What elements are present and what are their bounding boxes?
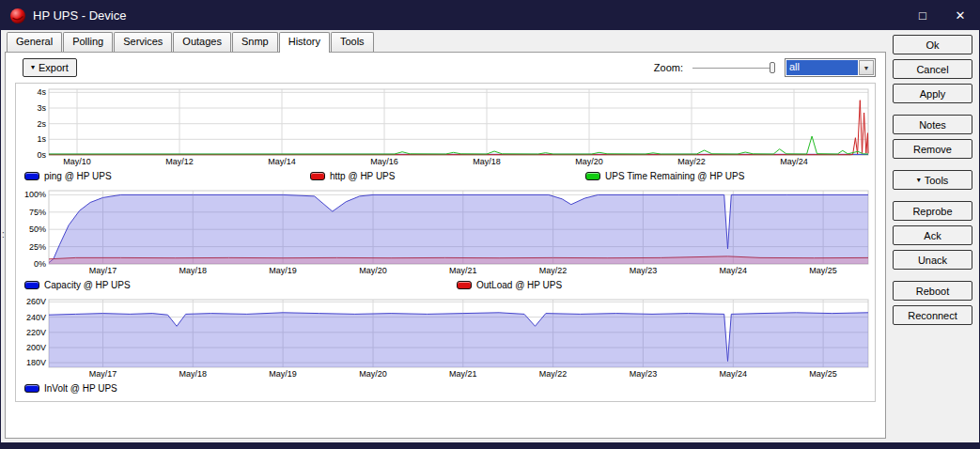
export-button-label: Export: [39, 62, 69, 73]
response-time-legend: ping @ HP UPShttp @ HP UPSUPS Time Remai…: [17, 167, 874, 188]
svg-text:200V: 200V: [26, 343, 46, 352]
tab-outages[interactable]: Outages: [173, 32, 231, 52]
reboot-button[interactable]: Reboot: [893, 281, 972, 301]
combo-dropdown-icon[interactable]: ▼: [859, 60, 874, 75]
button-group: ReprobeAckUnack: [893, 201, 972, 270]
zoom-select[interactable]: all ▼: [785, 58, 876, 77]
unack-button[interactable]: Unack: [893, 250, 972, 270]
notes-button[interactable]: Notes: [893, 115, 972, 134]
tab-bar: GeneralPollingServicesOutagesSnmpHistory…: [7, 32, 886, 52]
dropdown-arrow-icon: ▾: [31, 64, 35, 71]
svg-text:May/24: May/24: [780, 157, 808, 166]
svg-text:May/18: May/18: [179, 369, 208, 379]
legend-label: ping @ HP UPS: [44, 171, 112, 181]
svg-text:May/10: May/10: [63, 157, 91, 166]
remove-button[interactable]: Remove: [893, 139, 972, 159]
ack-button[interactable]: Ack: [893, 225, 972, 245]
dropdown-arrow-icon: ▾: [917, 177, 921, 184]
legend-label: Capacity @ HP UPS: [44, 280, 131, 290]
svg-text:May/23: May/23: [630, 266, 658, 275]
svg-text:1s: 1s: [37, 134, 46, 144]
svg-text:May/17: May/17: [89, 369, 117, 379]
svg-text:May/19: May/19: [269, 266, 297, 275]
svg-text:May/20: May/20: [359, 266, 387, 275]
svg-text:May/20: May/20: [359, 369, 387, 379]
reprobe-button[interactable]: Reprobe: [893, 201, 972, 221]
svg-text:75%: 75%: [29, 208, 46, 217]
zoom-controls: Zoom: all ▼: [654, 58, 876, 77]
svg-text:May/12: May/12: [165, 157, 194, 166]
ok-button[interactable]: Ok: [893, 35, 972, 54]
svg-text:4s: 4s: [37, 87, 46, 97]
svg-text:2s: 2s: [37, 119, 46, 129]
svg-text:180V: 180V: [26, 358, 46, 367]
side-button-column: OkCancelApplyNotesRemove▾ToolsReprobeAck…: [888, 30, 979, 442]
svg-text:May/22: May/22: [539, 266, 568, 275]
zoom-select-value: all: [786, 60, 858, 75]
zoom-slider-track: [692, 68, 775, 69]
legend-item: OutLoad @ HP UPS: [457, 280, 562, 290]
button-group: NotesRemove: [893, 115, 972, 159]
legend-item: http @ HP UPS: [310, 171, 395, 181]
button-group: OkCancelApply: [893, 35, 972, 103]
svg-text:50%: 50%: [29, 224, 46, 234]
charts-frame: 0s1s2s3s4sMay/10May/12May/14May/16May/18…: [15, 83, 876, 402]
svg-text:May/19: May/19: [269, 369, 297, 379]
legend-swatch-icon: [310, 172, 325, 180]
tools-button[interactable]: ▾Tools: [893, 170, 972, 190]
svg-text:100%: 100%: [24, 190, 46, 199]
legend-swatch-icon: [24, 384, 39, 393]
cancel-button[interactable]: Cancel: [893, 59, 972, 79]
apply-button[interactable]: Apply: [893, 84, 972, 103]
svg-text:May/18: May/18: [179, 266, 208, 275]
legend-swatch-icon: [457, 281, 472, 289]
capacity-outload-legend: Capacity @ HP UPSOutLoad @ HP UPS: [17, 276, 874, 297]
maximize-button[interactable]: □: [904, 1, 941, 30]
tab-snmp[interactable]: Snmp: [232, 32, 278, 52]
tab-services[interactable]: Services: [114, 32, 172, 52]
legend-label: UPS Time Remaining @ HP UPS: [605, 171, 744, 181]
svg-text:May/25: May/25: [809, 266, 837, 275]
tab-history[interactable]: History: [279, 32, 330, 53]
svg-text:220V: 220V: [26, 328, 46, 337]
zoom-slider-thumb[interactable]: [770, 62, 775, 73]
svg-text:May/23: May/23: [630, 369, 658, 379]
capacity-outload-chart[interactable]: 0%25%50%75%100%May/17May/18May/19May/20M…: [17, 188, 874, 276]
svg-text:260V: 260V: [26, 297, 46, 306]
svg-text:May/22: May/22: [539, 369, 568, 379]
client-area: GeneralPollingServicesOutagesSnmpHistory…: [1, 30, 979, 442]
close-button[interactable]: ✕: [941, 1, 979, 30]
tab-general[interactable]: General: [7, 32, 62, 52]
involt-chart[interactable]: 180V200V220V240V260VMay/17May/18May/19Ma…: [17, 297, 874, 379]
zoom-label: Zoom:: [654, 62, 683, 73]
reconnect-button[interactable]: Reconnect: [893, 305, 972, 325]
svg-text:May/14: May/14: [268, 157, 296, 166]
response-time-chart[interactable]: 0s1s2s3s4sMay/10May/12May/14May/16May/18…: [17, 86, 874, 167]
export-button[interactable]: ▾Export: [23, 58, 77, 77]
device-dialog: HP UPS - Device □ ✕ GeneralPollingServic…: [0, 0, 980, 449]
tab-polling[interactable]: Polling: [63, 32, 113, 52]
svg-text:May/21: May/21: [449, 369, 477, 379]
svg-text:May/20: May/20: [575, 157, 603, 166]
window-title: HP UPS - Device: [33, 8, 904, 23]
legend-swatch-icon: [24, 172, 39, 180]
legend-swatch-icon: [24, 281, 39, 289]
involt-legend: InVolt @ HP UPS: [17, 379, 874, 400]
legend-item: Capacity @ HP UPS: [24, 280, 131, 290]
svg-text:0%: 0%: [34, 259, 46, 269]
svg-text:May/17: May/17: [89, 266, 117, 275]
svg-text:May/25: May/25: [809, 369, 837, 379]
svg-text:May/24: May/24: [720, 369, 748, 379]
app-icon: [9, 8, 26, 24]
svg-text:25%: 25%: [29, 242, 46, 252]
button-group: RebootReconnect: [893, 281, 972, 325]
title-bar: HP UPS - Device □ ✕: [1, 1, 979, 30]
tab-tools[interactable]: Tools: [331, 32, 374, 52]
legend-label: http @ HP UPS: [330, 171, 395, 181]
svg-text:3s: 3s: [37, 103, 46, 113]
chart-toolbar: ▾Export Zoom: all ▼: [6, 53, 885, 83]
svg-text:May/21: May/21: [449, 266, 477, 275]
legend-item: UPS Time Remaining @ HP UPS: [585, 171, 744, 181]
zoom-slider[interactable]: [692, 61, 775, 74]
svg-text:240V: 240V: [26, 313, 46, 322]
